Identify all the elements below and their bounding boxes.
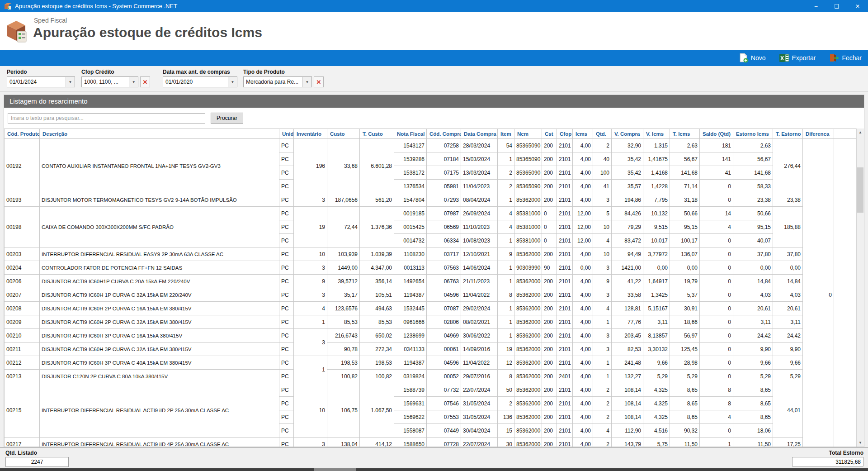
cell-v_icms: 5,75	[643, 438, 670, 447]
cell-cst: 200	[542, 166, 557, 180]
minimize-button[interactable]: –	[806, 0, 826, 12]
table-row[interactable]: 00206DISJUNTOR ACTI9 IC60H1P CURVA C 20A…	[5, 275, 857, 288]
column-header-v_icms[interactable]: V. Icms	[643, 129, 670, 139]
column-header-t_icms[interactable]: T. Icms	[670, 129, 700, 139]
column-header-inv[interactable]: Inventário	[294, 129, 327, 139]
chevron-down-icon[interactable]: ▼	[228, 77, 237, 87]
cell-v_icms: 9,66	[643, 356, 670, 370]
cell-qtd: 10	[593, 247, 612, 261]
cell-t-estorno: 185,88	[773, 207, 803, 247]
column-header-cfop[interactable]: Cfop	[557, 129, 573, 139]
column-header-cod_compra[interactable]: Cód. Compra	[427, 129, 461, 139]
cell-custo: 123,6576	[327, 302, 360, 315]
cell-estorno: 11,50	[733, 438, 773, 447]
procurar-button[interactable]: Procurar	[211, 113, 243, 124]
cell-item: 4	[498, 207, 514, 220]
vertical-scrollbar[interactable]: ▲ ▼	[856, 128, 864, 447]
cell-t-estorno: 3,11	[773, 315, 803, 329]
cell-data_compra: 08/04/2024	[461, 193, 498, 207]
cell-cod_compra: 06569	[427, 220, 461, 234]
column-header-cst[interactable]: Cst	[542, 129, 557, 139]
cell-icms: 4,00	[573, 139, 593, 152]
cfop-clear-icon[interactable]: ✕	[140, 76, 150, 87]
cell-t_icms: 136,07	[670, 247, 700, 261]
cfop-input[interactable]	[82, 77, 129, 87]
novo-button[interactable]: Novo	[739, 53, 766, 63]
column-header-cod[interactable]: Cód. Produto	[5, 129, 40, 139]
table-row[interactable]: 00208DISJUNTOR ACTI9 IC60H 2P CURVA C 16…	[5, 302, 857, 315]
tipo-produto-input[interactable]	[244, 77, 302, 87]
column-header-ncm[interactable]: Ncm	[514, 129, 542, 139]
column-header-data_compra[interactable]: Data Compra	[461, 129, 498, 139]
tipo-produto-combobox[interactable]: ▼	[243, 76, 312, 87]
table-row[interactable]: 00207DISJUNTOR ACTI9 IC60H 1P CURVA C 32…	[5, 288, 857, 302]
scrollbar-thumb[interactable]	[857, 167, 863, 213]
table-row[interactable]: 00210DISJUNTOR ACTI9 IC60H 3P CURVA C 16…	[5, 329, 857, 343]
cell-cfop: 2101	[557, 315, 573, 329]
column-header-nota[interactable]: Nota Fiscal	[394, 129, 427, 139]
exportar-button[interactable]: X Exportar	[779, 53, 816, 62]
search-input[interactable]	[8, 113, 205, 124]
cell-cfop: 2101	[557, 207, 573, 220]
table-row[interactable]: 00217INTERRUPTOR DIFERENCIAL RESIDUAL AC…	[5, 438, 857, 447]
cell-icms: 12,00	[573, 234, 593, 247]
table-row[interactable]: 00215INTERRUPTOR DIFERENCIAL RESIDUAL AC…	[5, 383, 857, 397]
cell-t-custo: 198,53	[360, 356, 394, 370]
column-header-t_estorno[interactable]: T. Estorno	[773, 129, 803, 139]
cell-cod: 00203	[5, 247, 40, 261]
cell-desc: CONTATO AUXILIAR INSTANTANEO FRONTAL 1NA…	[40, 139, 279, 193]
table-row[interactable]: 00192CONTATO AUXILIAR INSTANTANEO FRONTA…	[5, 139, 857, 152]
table-row[interactable]: 00203INTERRUPTOR DIFERENCIAL RESIDUAL EA…	[5, 247, 857, 261]
cell-cod_compra: 07449	[427, 424, 461, 438]
tipo-produto-clear-icon[interactable]: ✕	[314, 76, 324, 87]
fechar-label: Fechar	[842, 54, 862, 62]
data-max-input[interactable]	[163, 77, 228, 87]
cell-ncm: 85381000	[514, 220, 542, 234]
column-header-item[interactable]: Item	[498, 129, 514, 139]
cell-cfop: 2101	[557, 383, 573, 397]
data-max-combobox[interactable]: ▼	[163, 76, 237, 87]
table-row[interactable]: 00204CONTROLADOR FATOR DE POTENCIA FF+FN…	[5, 261, 857, 275]
column-header-v_compra[interactable]: V. Compra	[612, 129, 643, 139]
cell-nota: 1532445	[394, 302, 427, 315]
column-header-saldo[interactable]: Saldo (Qtd)	[700, 129, 733, 139]
cell-estorno: 50,66	[733, 207, 773, 220]
new-document-icon	[739, 53, 748, 63]
chevron-down-icon[interactable]: ▼	[66, 77, 75, 87]
column-header-t_custo[interactable]: T. Custo	[360, 129, 394, 139]
column-header-qtd[interactable]: Qtd.	[593, 129, 612, 139]
column-header-desc[interactable]: Descrição	[40, 129, 279, 139]
column-header-estorno[interactable]: Estorno Icms	[733, 129, 773, 139]
maximize-button[interactable]: ❑	[826, 0, 847, 12]
column-header-filler[interactable]	[834, 129, 857, 139]
chevron-down-icon[interactable]: ▼	[129, 77, 138, 87]
table-row[interactable]: 00213DISJUNTOR C120N 2P CURVA C 80A 10kA…	[5, 370, 857, 383]
scroll-down-icon[interactable]: ▼	[857, 439, 864, 447]
chevron-down-icon[interactable]: ▼	[302, 77, 311, 87]
periodo-combobox[interactable]: ▼	[7, 76, 75, 87]
cell-data_compra: 30/04/2024	[461, 424, 498, 438]
cell-t-custo: 105,51	[360, 288, 394, 302]
cfop-combobox[interactable]: ▼	[81, 76, 138, 87]
cell-qtd: 40	[593, 152, 612, 166]
column-header-icms[interactable]: Icms	[573, 129, 593, 139]
table-row[interactable]: 00198CAIXA DE COMANDO 300X300X200MM S/FC…	[5, 207, 857, 220]
column-header-diferenca[interactable]: Diferenca	[803, 129, 834, 139]
cell-filler	[834, 139, 857, 447]
cell-cod: 00193	[5, 193, 40, 207]
table-row[interactable]: 00212DISJUNTOR ACTI9 IC60H 3P CURVA C 40…	[5, 356, 857, 370]
fechar-button[interactable]: Fechar	[829, 53, 862, 62]
cell-cod_compra: 02806	[427, 315, 461, 329]
table-row[interactable]: 00211DISJUNTOR ACTI9 IC60H 3P CURVA C 32…	[5, 343, 857, 356]
cell-v_compra: 108,14	[612, 410, 643, 424]
table-row[interactable]: 00209DISJUNTOR ACTI9 IC60H 2P CURVA C 32…	[5, 315, 857, 329]
column-header-custo[interactable]: Custo	[327, 129, 360, 139]
table-row[interactable]: 00193DISJUNTOR MOTOR TERMOMAGNETICO TESY…	[5, 193, 857, 207]
periodo-input[interactable]	[7, 77, 66, 87]
cell-estorno: 14,84	[733, 275, 773, 288]
cell-cod: 00211	[5, 343, 40, 356]
scroll-up-icon[interactable]: ▲	[857, 128, 864, 136]
column-header-unid[interactable]: Unid.	[279, 129, 294, 139]
filter-bar: Período ▼ Cfop Crédito ▼ ✕ Data max ant.…	[0, 66, 868, 92]
close-button[interactable]: ✕	[847, 0, 868, 12]
